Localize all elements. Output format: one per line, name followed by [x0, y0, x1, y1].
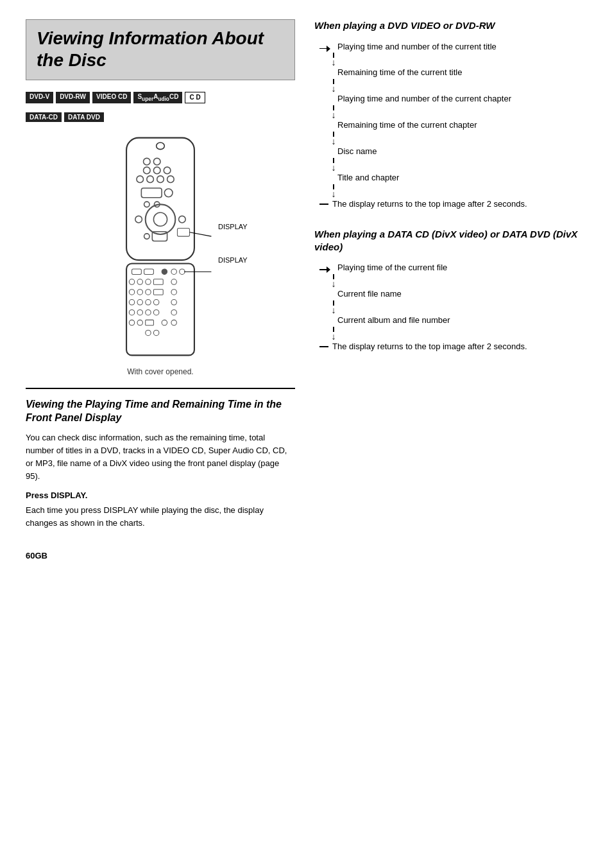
flow-text-last: The display returns to the top image aft… [328, 198, 527, 211]
flow-down-connector-4: ↓ [328, 132, 339, 146]
svg-rect-0 [126, 138, 194, 261]
remote-diagram-area: DISPLAY DISPLAY With cover opened. [26, 131, 295, 376]
flow-down-arrow-5: ↓ [332, 163, 336, 172]
flow3-item-1: Playing time of the current file [319, 262, 586, 274]
flow-down-5: ↓ [319, 158, 586, 172]
flow-down-connector-1: ↓ [328, 53, 339, 67]
flow-item-1: Playing time and number of the current t… [319, 41, 586, 53]
flow-down-3: ↓ [319, 105, 586, 119]
badge-dvd-v: DVD-V [26, 92, 53, 103]
flow-item-4: Remaining time of the current chapter [319, 119, 586, 132]
badge-data-cd: DATA-CD [26, 112, 62, 122]
flow-text-1: Playing time and number of the current t… [337, 41, 497, 53]
section2: When playing a DVD VIDEO or DVD-RW Playi… [314, 19, 586, 210]
flow3-down-arrow-2: ↓ [332, 306, 336, 315]
flow3-text-last: The display returns to the top image aft… [328, 341, 527, 353]
flow3-down-arrow-3: ↓ [332, 332, 336, 341]
flow-arrow-right-1 [319, 42, 337, 49]
flow-text-5: Disc name [337, 146, 377, 158]
section2-flowchart: Playing time and number of the current t… [314, 41, 586, 211]
flow-item-6: Title and chapter [319, 172, 586, 184]
flow-down-arrow-6: ↓ [332, 189, 336, 198]
section1-body1: You can check disc information, such as … [26, 431, 295, 483]
section-divider [26, 388, 295, 389]
flow-down-6: ↓ [319, 184, 586, 198]
display-text-2: DISPLAY [218, 256, 248, 264]
corner-horiz-2 [319, 346, 328, 347]
flow-item-5: Disc name [319, 146, 586, 158]
right-column: When playing a DVD VIDEO or DVD-RW Playi… [314, 19, 586, 842]
flow3-item-last: The display returns to the top image aft… [319, 341, 586, 353]
page-title: Viewing Information About the Disc [37, 28, 284, 71]
section3: When playing a DATA CD (DivX video) or D… [314, 228, 586, 352]
flow-text-4: Remaining time of the current chapter [337, 119, 477, 132]
flow-down-1: ↓ [319, 53, 586, 67]
corner-horiz [319, 204, 328, 205]
flow-down-arrow-1: ↓ [332, 58, 336, 67]
remote-wrapper: DISPLAY DISPLAY [106, 131, 215, 362]
flow3-item-3: Current album and file number [319, 315, 586, 327]
flow-down-arrow-3: ↓ [332, 110, 336, 119]
display-label-1: DISPLAY [218, 223, 248, 230]
flow3-down-3: ↓ [319, 327, 586, 341]
flow3-down-connector-1: ↓ [328, 274, 339, 288]
page-number: 60GB [26, 538, 295, 560]
disc-type-badges: DVD-V DVD-RW VIDEO CD SuperAudioCD C D [26, 92, 295, 103]
flow-item-last: The display returns to the top image aft… [319, 198, 586, 211]
flow-down-connector-2: ↓ [328, 79, 339, 93]
flow3-down-1: ↓ [319, 274, 586, 288]
badge-dvd-rw: DVD-RW [56, 92, 90, 103]
flow-down-4: ↓ [319, 132, 586, 146]
flow3-down-connector-3: ↓ [328, 327, 339, 341]
display-labels: DISPLAY DISPLAY [218, 223, 248, 264]
flow3-text-3: Current album and file number [337, 315, 450, 327]
press-display-label: Press DISPLAY. [26, 490, 295, 500]
badge-data-dvd: DATA DVD [64, 112, 104, 122]
flow-item-3: Playing time and number of the current c… [319, 93, 586, 105]
badge-cd: C D [185, 92, 205, 103]
section1-heading: Viewing the Playing Time and Remaining T… [26, 398, 295, 425]
flow3-item-2: Current file name [319, 288, 586, 300]
flow3-down-connector-2: ↓ [328, 300, 339, 315]
remote-svg [106, 131, 215, 362]
section3-heading: When playing a DATA CD (DivX video) or D… [314, 228, 586, 253]
flow3-down-2: ↓ [319, 300, 586, 315]
flow-down-2: ↓ [319, 79, 586, 93]
right-arrow-icon [319, 48, 330, 49]
right-arrow-icon-2 [319, 269, 330, 270]
flow3-down-arrow-1: ↓ [332, 279, 336, 288]
remote-caption: With cover opened. [127, 367, 193, 376]
section-1: Viewing the Playing Time and Remaining T… [26, 398, 295, 530]
display-text-1: DISPLAY [218, 223, 248, 230]
flow3-text-2: Current file name [337, 288, 402, 300]
flow-down-connector-5: ↓ [328, 158, 339, 172]
disc-type-badges-row2: DATA-CD DATA DVD [26, 112, 295, 122]
title-box: Viewing Information About the Disc [26, 19, 295, 80]
section2-heading: When playing a DVD VIDEO or DVD-RW [314, 19, 586, 32]
badge-super-audio-cd: SuperAudioCD [133, 92, 182, 103]
flow-down-arrow-4: ↓ [332, 137, 336, 146]
flow-down-arrow-2: ↓ [332, 84, 336, 93]
badge-video-cd: VIDEO CD [92, 92, 131, 103]
svg-rect-23 [126, 264, 194, 356]
section3-flowchart: Playing time of the current file ↓ Curre… [314, 262, 586, 352]
left-column: Viewing Information About the Disc DVD-V… [26, 19, 295, 842]
flow-item-2: Remaining time of the current title [319, 67, 586, 79]
flow-text-2: Remaining time of the current title [337, 67, 462, 79]
flow-text-3: Playing time and number of the current c… [337, 93, 511, 105]
flow-down-connector-3: ↓ [328, 105, 339, 119]
display-label-2: DISPLAY [218, 256, 248, 264]
flow-text-6: Title and chapter [337, 172, 399, 184]
flow3-arrow-right-1 [319, 263, 337, 270]
flow3-text-1: Playing time of the current file [337, 262, 447, 274]
flow-down-connector-6: ↓ [328, 184, 339, 198]
page: Viewing Information About the Disc DVD-V… [0, 0, 612, 868]
svg-point-26 [162, 269, 167, 274]
section1-body2: Each time you press DISPLAY while playin… [26, 504, 295, 530]
